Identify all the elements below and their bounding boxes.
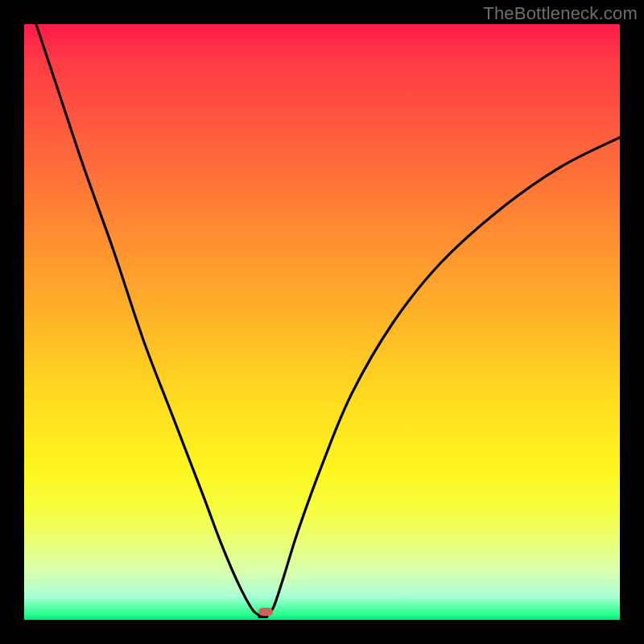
min-point-marker (258, 608, 273, 616)
watermark-text: TheBottleneck.com (483, 3, 638, 24)
chart-frame: TheBottleneck.com (0, 0, 644, 644)
curve-svg (24, 24, 620, 620)
bottleneck-curve (36, 24, 620, 617)
plot-area (24, 24, 620, 620)
